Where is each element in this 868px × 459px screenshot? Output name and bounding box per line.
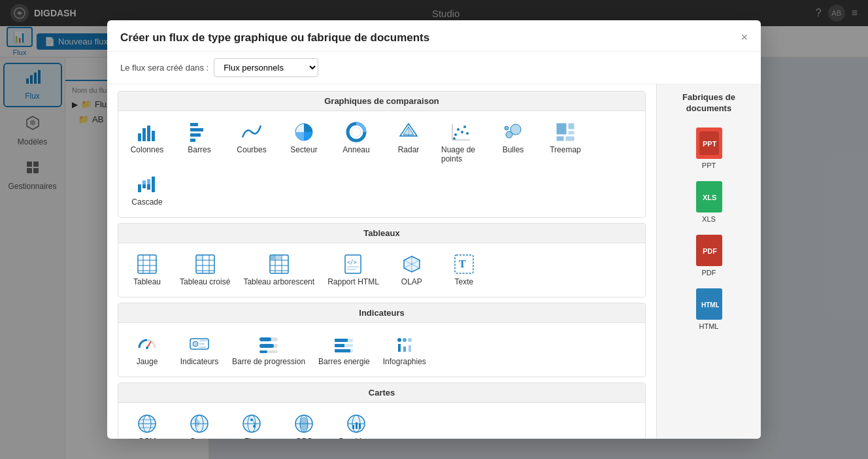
item-tableau-arborescent[interactable]: Tableau arborescent — [237, 248, 321, 292]
item-osm[interactable]: OSM — [121, 408, 173, 439]
svg-rect-85 — [259, 344, 274, 348]
item-barre-progression[interactable]: Barre de progression — [225, 328, 312, 371]
flux-location-dropdown[interactable]: Flux personnels — [214, 58, 318, 77]
radar-icon — [398, 122, 419, 143]
item-colonnes[interactable]: Colonnes — [121, 116, 173, 169]
flux-carte-icon — [241, 413, 262, 434]
svg-rect-119 — [352, 425, 354, 429]
item-olap[interactable]: OLAP — [386, 248, 438, 292]
svg-point-27 — [457, 128, 459, 131]
item-jauge-label: Jauge — [137, 357, 158, 366]
svg-rect-9 — [138, 133, 141, 141]
item-courbes-label: Courbes — [237, 145, 266, 154]
svg-text:HTML: HTML — [701, 301, 719, 309]
svg-rect-121 — [359, 424, 361, 429]
item-html[interactable]: HTML HTML — [662, 283, 756, 335]
svg-rect-44 — [142, 184, 146, 188]
svg-rect-99 — [409, 345, 411, 352]
section-cartes-header: Cartes — [118, 383, 645, 403]
modal: Créer un flux de type graphique ou fabri… — [107, 20, 761, 439]
item-anneau[interactable]: Anneau — [330, 116, 382, 169]
item-pdf[interactable]: PDF PDF — [662, 230, 756, 282]
svg-rect-67 — [271, 256, 275, 260]
item-rapport-html[interactable]: </> Rapport HTML — [321, 248, 386, 292]
svg-rect-47 — [152, 177, 155, 192]
svg-rect-87 — [259, 350, 267, 353]
bulles-icon — [503, 122, 524, 143]
item-gps[interactable]: GPS — [278, 408, 330, 439]
xls-label: XLS — [702, 215, 716, 223]
item-tableau-arborescent-label: Tableau arborescent — [243, 277, 314, 286]
svg-rect-39 — [568, 131, 575, 135]
svg-point-96 — [408, 338, 412, 342]
graphique-carte-icon — [346, 413, 367, 434]
item-bulles[interactable]: Bulles — [487, 116, 539, 169]
item-rapport-html-label: Rapport HTML — [327, 277, 379, 286]
svg-text:XLS: XLS — [703, 194, 716, 201]
item-infographies[interactable]: Infographies — [376, 328, 433, 371]
rapport-html-icon: </> — [342, 254, 363, 275]
svg-text:PDF: PDF — [703, 247, 717, 255]
item-graphique-carte[interactable]: Graphique — [330, 408, 382, 439]
svg-point-30 — [466, 132, 469, 135]
item-carte-label: Carte — [190, 437, 209, 439]
svg-rect-13 — [190, 123, 198, 126]
treemap-icon — [555, 122, 576, 143]
xls-icon: XLS — [696, 181, 722, 212]
modal-subtitle: Le flux sera créé dans : Flux personnels — [107, 52, 761, 84]
item-barres-energie[interactable]: Barres energie — [312, 328, 376, 371]
ppt-icon: PPT — [696, 128, 722, 159]
svg-rect-46 — [147, 184, 150, 190]
svg-rect-43 — [142, 180, 146, 184]
svg-rect-60 — [196, 255, 203, 260]
item-courbes[interactable]: Courbes — [225, 116, 278, 169]
item-cascade[interactable]: Cascade — [121, 169, 173, 212]
secteur-icon — [293, 122, 314, 143]
svg-rect-120 — [356, 422, 358, 429]
xls-file-icon: XLS — [699, 185, 719, 209]
item-barre-progression-label: Barre de progression — [232, 357, 305, 366]
svg-point-31 — [453, 137, 456, 140]
item-xls[interactable]: XLS XLS — [662, 176, 756, 228]
carte-icon — [189, 413, 210, 434]
modal-right-panel: Fabriques de documents PPT PPT — [656, 84, 761, 439]
svg-rect-41 — [565, 136, 575, 141]
section-comparaison-grid: Colonnes Barres Courbes — [118, 111, 645, 217]
item-barres[interactable]: Barres — [173, 116, 225, 169]
svg-point-78 — [193, 341, 198, 347]
item-radar[interactable]: Radar — [382, 116, 435, 169]
item-ppt[interactable]: PPT PPT — [662, 122, 756, 175]
modal-close-button[interactable]: × — [741, 31, 748, 44]
courbes-icon — [241, 122, 262, 143]
html-file-icon: HTML — [699, 292, 719, 316]
svg-point-35 — [510, 124, 521, 135]
item-tableau-label: Tableau — [133, 277, 161, 286]
svg-text:</>: </> — [347, 260, 357, 265]
item-jauge[interactable]: Jauge — [121, 328, 173, 371]
item-secteur[interactable]: Secteur — [278, 116, 330, 169]
svg-rect-42 — [138, 184, 141, 192]
item-indicateurs[interactable]: Indicateurs — [173, 328, 225, 371]
svg-rect-10 — [142, 128, 146, 141]
item-treemap[interactable]: Treemap — [539, 116, 592, 169]
item-texte[interactable]: T Texte — [438, 248, 490, 292]
item-tableau[interactable]: Tableau — [121, 248, 173, 292]
modal-header: Créer un flux de type graphique ou fabri… — [107, 20, 761, 52]
svg-rect-93 — [335, 349, 350, 352]
item-carte[interactable]: Carte — [173, 408, 225, 439]
section-comparaison-header: Graphiques de comparaison — [118, 92, 645, 111]
item-barres-energie-label: Barres energie — [318, 357, 370, 366]
modal-right-title: Fabriques de documents — [662, 92, 756, 114]
item-nuage-points[interactable]: Nuage de points — [435, 116, 487, 169]
pdf-file-icon: PDF — [699, 239, 719, 262]
svg-point-76 — [146, 347, 148, 349]
pdf-label: PDF — [702, 269, 716, 277]
jauge-icon — [137, 333, 158, 354]
cascade-icon — [137, 174, 158, 195]
svg-rect-97 — [398, 344, 401, 352]
item-tableau-croise[interactable]: Tableau croisé — [173, 248, 237, 292]
svg-rect-12 — [152, 131, 155, 141]
svg-text:PPT: PPT — [703, 140, 717, 148]
svg-point-28 — [461, 131, 463, 133]
item-flux-carte[interactable]: Flux — [225, 408, 278, 439]
